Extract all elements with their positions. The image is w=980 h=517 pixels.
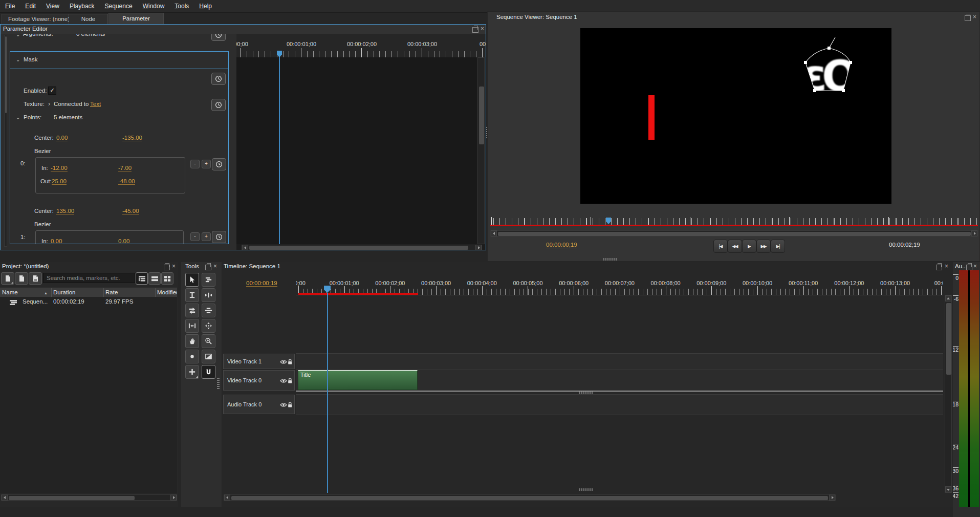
sort-ascending-icon[interactable]: ▲ bbox=[44, 291, 48, 295]
pointer-tool-button[interactable] bbox=[185, 273, 199, 287]
close-panel-icon[interactable]: × bbox=[172, 264, 176, 269]
bezier-handle-line[interactable] bbox=[829, 37, 835, 48]
timeline-clip-title[interactable]: Title bbox=[298, 370, 418, 390]
menu-file[interactable]: File bbox=[0, 1, 20, 11]
video-frame[interactable]: ɛ O bbox=[580, 28, 891, 204]
horizontal-splitter-handle[interactable] bbox=[603, 258, 617, 261]
in-y-1[interactable]: 0.00 bbox=[118, 238, 129, 244]
audio-track-0-header[interactable]: Audio Track 0 bbox=[223, 395, 295, 414]
video-track-1-lane[interactable] bbox=[296, 353, 943, 370]
viewer-current-timecode[interactable]: 00:00:00;19 bbox=[546, 242, 577, 248]
snapping-toggle-button[interactable] bbox=[202, 365, 215, 379]
scroll-down-icon[interactable] bbox=[945, 486, 951, 492]
tab-footage-viewer[interactable]: Footage Viewer: (none) bbox=[2, 14, 76, 24]
center-x-1[interactable]: 135.00 bbox=[56, 208, 74, 214]
video-track-0-header[interactable]: Video Track 0 bbox=[223, 370, 295, 391]
scroll-left-icon[interactable] bbox=[491, 230, 497, 236]
enabled-keyframe-toggle-button[interactable] bbox=[211, 73, 226, 85]
go-to-start-button[interactable]: |◀ bbox=[713, 240, 728, 253]
track-visibility-eye-icon[interactable] bbox=[280, 359, 287, 364]
in-y-0[interactable]: -7.00 bbox=[118, 165, 132, 171]
menu-window[interactable]: Window bbox=[138, 1, 170, 11]
enabled-checkbox[interactable]: ✓ bbox=[48, 87, 56, 95]
add-point-0-button[interactable]: + bbox=[202, 160, 211, 168]
menu-playback[interactable]: Playback bbox=[64, 1, 100, 11]
column-header-name[interactable]: Name bbox=[2, 289, 18, 295]
close-panel-icon[interactable]: × bbox=[973, 264, 977, 269]
record-tool-button[interactable] bbox=[185, 350, 199, 363]
list-view-button[interactable] bbox=[148, 272, 161, 285]
connection-arrow-icon[interactable]: › bbox=[48, 100, 50, 107]
new-item-button[interactable] bbox=[1, 272, 14, 285]
close-panel-icon[interactable]: × bbox=[213, 264, 217, 269]
save-project-button[interactable] bbox=[29, 272, 42, 285]
menu-tools[interactable]: Tools bbox=[169, 1, 194, 11]
center-y-0[interactable]: -135.00 bbox=[122, 135, 142, 141]
timeline-ruler[interactable]: 00;00 00:00:01;00 00:00:02;00 00:00:03;0… bbox=[296, 277, 943, 295]
slip-tool-button[interactable] bbox=[202, 304, 215, 317]
keyframe-view[interactable]: 00;00 00:00:01;00 00:00:02;00 00:00:03;0… bbox=[236, 34, 486, 250]
scroll-up-icon[interactable] bbox=[945, 295, 951, 301]
parameters-vertical-scrollbar[interactable] bbox=[4, 35, 7, 247]
keyframe-ruler[interactable]: 00;00 00:00:01;00 00:00:02;00 00:00:03;0… bbox=[236, 34, 486, 57]
video-track-1-header[interactable]: Video Track 1 bbox=[223, 354, 295, 369]
track-lock-icon[interactable] bbox=[287, 358, 293, 365]
keyframe-horizontal-scrollbar[interactable] bbox=[242, 245, 482, 250]
transition-tool-button[interactable] bbox=[202, 350, 215, 363]
float-panel-icon[interactable] bbox=[966, 265, 972, 270]
project-item-list[interactable]: Sequen... 00:00:02;19 29.97 FPS bbox=[0, 297, 177, 493]
track-area-splitter-handle[interactable] bbox=[579, 488, 593, 491]
mask-group-header[interactable]: ⌄ Mask bbox=[10, 52, 228, 69]
float-panel-icon[interactable] bbox=[164, 265, 170, 270]
scroll-right-icon[interactable] bbox=[829, 494, 835, 501]
track-visibility-eye-icon[interactable] bbox=[280, 402, 287, 407]
points-keyframe-toggle-button[interactable] bbox=[211, 99, 226, 111]
scroll-left-icon[interactable] bbox=[2, 494, 8, 501]
timeline-current-timecode[interactable]: 00:00:00;19 bbox=[246, 280, 277, 287]
remove-point-1-button[interactable]: - bbox=[190, 232, 200, 241]
track-lock-icon[interactable] bbox=[287, 401, 293, 408]
column-header-rate[interactable]: Rate bbox=[105, 289, 118, 295]
tab-parameter-editor[interactable]: Parameter Editor bbox=[108, 13, 164, 24]
menu-help[interactable]: Help bbox=[194, 1, 217, 11]
panel-resize-handle[interactable] bbox=[217, 378, 220, 390]
float-panel-icon[interactable] bbox=[472, 27, 478, 33]
track-visibility-eye-icon[interactable] bbox=[280, 378, 287, 383]
go-to-end-button[interactable]: ▶| bbox=[771, 240, 785, 253]
scroll-right-icon[interactable] bbox=[170, 494, 177, 501]
hand-tool-button[interactable] bbox=[185, 334, 199, 348]
menu-sequence[interactable]: Sequence bbox=[100, 1, 138, 11]
in-x-0[interactable]: -12.00 bbox=[51, 165, 68, 171]
scroll-left-icon[interactable] bbox=[224, 494, 230, 501]
ripple-tool-button[interactable] bbox=[185, 288, 199, 302]
icon-view-button[interactable] bbox=[161, 272, 173, 285]
center-x-0[interactable]: 0.00 bbox=[56, 135, 68, 141]
float-panel-icon[interactable] bbox=[965, 15, 971, 21]
collapse-mask-icon[interactable]: ⌄ bbox=[16, 57, 20, 62]
out-x-0[interactable]: 25.00 bbox=[52, 178, 67, 185]
project-horizontal-scrollbar[interactable] bbox=[1, 494, 177, 501]
tab-node-editor[interactable]: Node Editor bbox=[69, 14, 108, 24]
remove-point-0-button[interactable]: - bbox=[190, 160, 200, 168]
search-input[interactable] bbox=[43, 273, 135, 283]
center-y-1[interactable]: -45.00 bbox=[122, 208, 139, 214]
tree-view-button[interactable] bbox=[136, 272, 148, 285]
menu-edit[interactable]: Edit bbox=[20, 1, 41, 11]
keyframe-vertical-scrollbar[interactable] bbox=[477, 57, 485, 244]
shuttle-forward-button[interactable]: ▶▶ bbox=[756, 240, 771, 253]
track-area-splitter-handle[interactable] bbox=[579, 392, 593, 394]
timeline-vertical-scrollbar[interactable] bbox=[945, 295, 952, 493]
shuttle-back-button[interactable]: ◀◀ bbox=[728, 240, 742, 253]
keyframe-canvas[interactable] bbox=[236, 57, 486, 244]
scroll-right-icon[interactable] bbox=[971, 230, 977, 236]
float-panel-icon[interactable] bbox=[205, 265, 211, 270]
audio-track-0-lane[interactable] bbox=[296, 394, 943, 415]
track-lock-icon[interactable] bbox=[287, 377, 293, 384]
razor-tool-button[interactable] bbox=[185, 304, 199, 317]
close-panel-icon[interactable]: × bbox=[481, 26, 484, 31]
mask-overlay-graphic[interactable]: ɛ O bbox=[789, 26, 871, 98]
zoom-tool-button[interactable] bbox=[202, 334, 215, 348]
in-x-1[interactable]: 0.00 bbox=[51, 238, 62, 244]
close-panel-icon[interactable]: × bbox=[973, 14, 976, 19]
viewer-horizontal-scrollbar[interactable] bbox=[490, 230, 978, 236]
